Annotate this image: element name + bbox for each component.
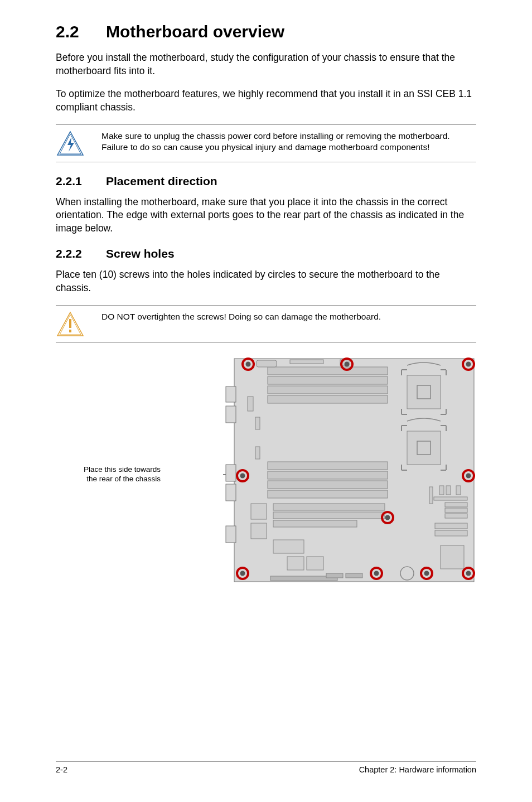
svg-rect-32 [273,512,385,519]
svg-rect-18 [248,397,253,411]
svg-rect-5 [69,319,71,328]
svg-rect-38 [439,486,444,495]
svg-point-70 [385,515,390,520]
svg-rect-39 [446,486,451,495]
caution-block-overtighten: DO NOT overtighten the screws! Doing so … [56,305,476,343]
svg-rect-30 [251,523,267,539]
svg-rect-17 [268,395,388,403]
svg-point-67 [466,361,471,366]
svg-rect-9 [226,386,236,402]
svg-rect-12 [226,484,236,501]
svg-rect-36 [307,557,323,570]
motherboard-diagram-container: Place this side towards the rear of the … [56,353,476,615]
svg-rect-42 [445,503,467,507]
sub1-title: Placement direction [106,175,217,187]
sub2-title: Screw holes [106,247,175,260]
svg-rect-10 [226,406,236,423]
svg-rect-6 [69,330,71,332]
svg-rect-52 [257,360,277,367]
page-footer: 2-2 Chapter 2: Hardware information [56,761,476,774]
svg-rect-40 [456,486,461,495]
svg-rect-22 [268,471,388,479]
subheading-placement: 2.2.1Placement direction [56,175,476,188]
chapter-label: Chapter 2: Hardware information [359,765,476,774]
svg-rect-37 [429,487,433,504]
svg-rect-11 [226,465,236,481]
svg-rect-29 [251,504,267,519]
svg-point-74 [466,571,471,576]
svg-rect-33 [273,520,357,527]
svg-point-73 [424,571,429,576]
exclamation-caution-icon [56,310,85,338]
warning-text-unplug: Make sure to unplug the chassis power co… [101,129,476,154]
subheading-screwholes: 2.2.2Screw holes [56,247,476,260]
section-title: Motherboard overview [106,22,284,41]
svg-rect-35 [287,557,304,570]
section-heading: 2.2Motherboard overview [56,22,476,41]
svg-rect-14 [268,367,388,375]
page-number: 2-2 [56,765,67,774]
svg-rect-20 [255,447,260,459]
sub2-para: Place ten (10) screws into the holes ind… [56,268,476,294]
svg-point-66 [345,361,350,366]
lightning-warning-icon [56,129,85,157]
svg-rect-51 [346,573,362,578]
caution-text-overtighten: DO NOT overtighten the screws! Doing so … [101,310,381,323]
svg-point-69 [466,473,471,478]
section-number: 2.2 [56,22,106,41]
svg-rect-31 [273,504,385,510]
svg-rect-41 [434,497,467,500]
svg-rect-43 [445,508,467,513]
svg-point-71 [240,571,245,576]
svg-rect-47 [441,545,464,569]
svg-point-68 [240,473,245,478]
svg-rect-21 [268,462,388,470]
sub1-number: 2.2.1 [56,175,106,188]
svg-rect-13 [226,526,236,543]
svg-rect-45 [435,523,467,529]
svg-point-72 [374,571,379,576]
warning-block-unplug: Make sure to unplug the chassis power co… [56,124,476,162]
intro-para-1: Before you install the motherboard, stud… [56,51,476,78]
diagram-side-label: Place this side towards the rear of the … [84,465,161,484]
svg-rect-23 [268,481,388,489]
svg-rect-25 [407,375,441,409]
svg-rect-15 [268,376,388,384]
svg-point-65 [246,361,251,366]
svg-rect-24 [268,490,388,498]
svg-rect-16 [268,386,388,394]
svg-rect-27 [407,431,441,465]
intro-para-2: To optimize the motherboard features, we… [56,88,476,114]
sub1-para: When installing the motherboard, make su… [56,196,476,235]
svg-rect-50 [326,573,343,578]
diagram-side-label-line2: the rear of the chassis [86,475,161,483]
svg-rect-34 [273,540,304,553]
svg-rect-46 [435,530,467,536]
sub2-number: 2.2.2 [56,247,106,260]
motherboard-diagram [223,353,480,593]
diagram-side-label-line1: Place this side towards [84,465,161,474]
svg-rect-19 [255,417,260,429]
svg-rect-44 [445,514,467,518]
svg-rect-53 [290,360,323,364]
